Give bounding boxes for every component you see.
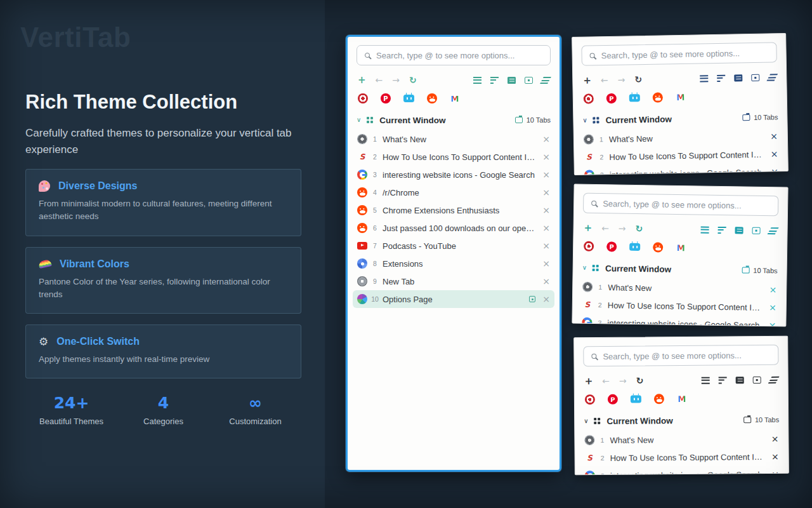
- red-s-logo-favicon: S: [584, 152, 594, 162]
- gmail-favicon[interactable]: M: [450, 93, 460, 104]
- pinterest-favicon: P: [608, 394, 618, 404]
- grid-icon: [593, 117, 599, 123]
- window-group-label: Current Window: [606, 114, 672, 125]
- chevron-down-icon[interactable]: ∨: [357, 117, 361, 123]
- tab-list-preview: 1 What's New × S 2 How To Use Icons To S…: [579, 127, 783, 175]
- tab-row[interactable]: 1 What's New ×: [353, 130, 554, 148]
- pinterest-favicon[interactable]: P: [381, 93, 391, 104]
- tab-row[interactable]: S 2 How To Use Icons To Support Content …: [353, 148, 554, 166]
- tab-row[interactable]: 6 Just passed 100 downloads on our open …: [353, 219, 554, 237]
- target-favicon[interactable]: [358, 93, 368, 104]
- toolbar-preview: + ← → ↻: [584, 222, 776, 237]
- tab-index: 2: [367, 153, 383, 161]
- locate-tab-icon[interactable]: [529, 296, 535, 302]
- close-tab-icon[interactable]: ×: [542, 152, 550, 161]
- tab-row[interactable]: 7 Podcasts - YouTube ×: [353, 237, 554, 255]
- search-placeholder: Search, type @ to see more options...: [603, 351, 742, 361]
- new-tab-plus-icon[interactable]: +: [358, 76, 366, 85]
- tab-title: How To Use Icons To Support Content In .…: [609, 149, 765, 161]
- back-arrow-icon[interactable]: ←: [376, 76, 383, 84]
- page-title: Rich Theme Collection: [25, 91, 237, 114]
- feature-description: From minimalist modern to cultural featu…: [39, 197, 288, 224]
- chevron-down-icon: ∨: [582, 117, 587, 124]
- sort-tabs-icon[interactable]: [490, 77, 499, 84]
- tab-index: 3: [595, 472, 610, 475]
- feature-description: Apply themes instantly with real-time pr…: [39, 353, 288, 366]
- stat-label: Categories: [117, 417, 209, 426]
- tab-title: Podcasts - YouTube: [383, 241, 537, 251]
- new-tab-plus-icon: +: [584, 223, 593, 232]
- stack-view-icon: [768, 227, 779, 234]
- stack-view-icon[interactable]: [540, 77, 551, 84]
- close-tab-icon[interactable]: ×: [542, 170, 550, 179]
- tab-row[interactable]: 4 /r/Chrome ×: [353, 184, 554, 201]
- bilibili-favicon: [631, 395, 641, 403]
- bilibili-favicon: [629, 94, 640, 102]
- grid-icon: [367, 117, 373, 123]
- grid-icon: [594, 418, 600, 424]
- stats-row: 24+ Beautiful Themes 4 Categories ∞ Cust…: [25, 394, 301, 426]
- stat-categories: 4 Categories: [117, 394, 209, 426]
- gmail-favicon: M: [676, 243, 686, 253]
- feature-description: Pantone Color of the Year series, follow…: [39, 276, 288, 302]
- collapse-groups-icon: [702, 377, 710, 384]
- tab-row[interactable]: 8 Extensions ×: [353, 255, 554, 272]
- close-tab-icon[interactable]: ×: [542, 188, 550, 197]
- tab-index: 3: [594, 171, 610, 175]
- feature-title: Diverse Designs: [58, 180, 138, 192]
- close-tab-icon[interactable]: ×: [542, 259, 550, 268]
- feature-title: Vibrant Colors: [60, 258, 129, 270]
- theme-preview-panel-navy: Search, type @ to see more options... + …: [572, 33, 789, 175]
- pinterest-favicon: P: [606, 93, 617, 104]
- reddit-favicon[interactable]: [427, 93, 437, 104]
- list-view-icon[interactable]: [508, 77, 516, 84]
- forward-arrow-icon[interactable]: →: [392, 76, 400, 84]
- tab-index: 1: [594, 135, 609, 143]
- tab-row[interactable]: 5 Chrome Extensions Enthusiasts ×: [353, 201, 554, 219]
- tab-title: What's New: [608, 283, 764, 295]
- chrome-whats-new-favicon: [357, 134, 367, 144]
- search-input-preview: Search, type @ to see more options...: [583, 193, 778, 217]
- window-icon: [743, 417, 751, 423]
- red-s-logo-favicon: S: [585, 453, 595, 463]
- tab-row[interactable]: 3 interesting website icons - Google Sea…: [353, 166, 554, 184]
- reddit-favicon: [357, 187, 367, 197]
- close-tab-icon[interactable]: ×: [542, 295, 550, 304]
- reddit-favicon: [654, 394, 664, 404]
- feature-card-diverse-designs: Diverse Designs From minimalist modern t…: [25, 169, 301, 236]
- stat-label: Customization: [209, 417, 301, 426]
- window-view-icon[interactable]: [525, 77, 533, 84]
- tab-index: 9: [367, 277, 383, 285]
- close-tab-icon: ×: [769, 285, 776, 294]
- chevron-down-icon: ∨: [582, 265, 587, 271]
- search-input[interactable]: Search, type @ to see more options...: [357, 45, 551, 65]
- tab-row-selected[interactable]: 10 Options Page ×: [353, 290, 554, 308]
- page-subtitle: Carefully crafted themes to personalize …: [25, 125, 302, 157]
- close-tab-icon[interactable]: ×: [542, 206, 550, 215]
- refresh-icon[interactable]: ↻: [409, 76, 417, 84]
- close-tab-icon[interactable]: ×: [542, 135, 550, 144]
- tab-title: Extensions: [383, 259, 537, 269]
- collapse-groups-icon[interactable]: [473, 77, 481, 84]
- close-tab-icon[interactable]: ×: [542, 224, 550, 232]
- tab-index: 2: [595, 454, 610, 462]
- stat-label: Beautiful Themes: [25, 417, 117, 426]
- close-tab-icon: ×: [769, 321, 776, 326]
- options-page-favicon: [357, 294, 367, 304]
- close-tab-icon[interactable]: ×: [542, 277, 550, 286]
- bilibili-favicon[interactable]: [403, 95, 414, 102]
- red-s-logo-favicon: S: [582, 300, 593, 310]
- tab-index: 1: [594, 436, 610, 444]
- chrome-whats-new-favicon: [584, 435, 594, 445]
- chevron-down-icon: ∨: [584, 418, 588, 424]
- window-group-header[interactable]: ∨ Current Window 10 Tabs: [354, 112, 553, 128]
- tab-index: 1: [367, 135, 383, 143]
- list-view-icon: [735, 227, 743, 234]
- google-favicon: [584, 170, 594, 175]
- sort-tabs-icon: [718, 226, 726, 233]
- tab-title: What's New: [383, 135, 537, 144]
- tab-row[interactable]: 9 New Tab ×: [353, 272, 554, 290]
- close-tab-icon[interactable]: ×: [542, 241, 550, 250]
- tab-count-badge: 10 Tabs: [754, 113, 778, 121]
- chrome-whats-new-favicon: [582, 282, 593, 292]
